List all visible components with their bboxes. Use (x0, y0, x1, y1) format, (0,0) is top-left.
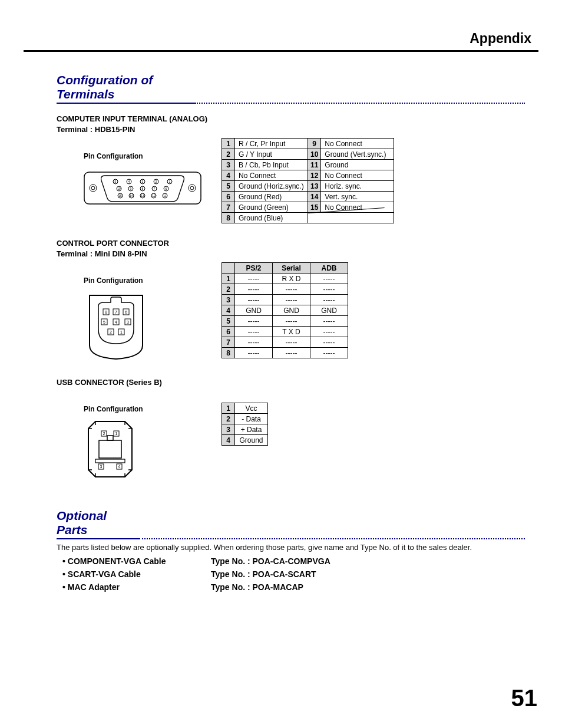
page-number: 51 (511, 685, 538, 711)
svg-text:9: 9 (130, 187, 132, 190)
optional-intro: The parts listed below are optionally su… (57, 543, 515, 552)
dotted-leader (139, 538, 525, 539)
svg-text:3: 3 (127, 320, 129, 324)
section-title-config: Configuration of Terminals (57, 73, 195, 104)
pin-config-label-din: Pin Configuration (84, 276, 222, 285)
svg-text:10: 10 (117, 187, 121, 190)
svg-point-2 (91, 186, 95, 190)
svg-text:1: 1 (115, 431, 118, 436)
din-pin-table: PS/2SerialADB 1-----R X D----- 2--------… (222, 262, 348, 358)
pin-config-label-usb: Pin Configuration (84, 405, 222, 413)
svg-text:2: 2 (103, 431, 105, 436)
page-header: Appendix (24, 31, 538, 50)
svg-point-3 (189, 185, 196, 192)
svg-text:4: 4 (118, 465, 121, 469)
usb-heading: USB CONNECTOR (Series B) (57, 378, 515, 387)
svg-text:13: 13 (141, 194, 144, 197)
control-port-heading: CONTROL PORT CONNECTOR (57, 239, 515, 248)
svg-point-1 (90, 185, 97, 192)
svg-text:3: 3 (100, 465, 103, 469)
svg-rect-53 (95, 459, 125, 463)
section-title-optional: Optional Parts (57, 509, 139, 539)
svg-text:4: 4 (128, 180, 130, 183)
svg-text:6: 6 (125, 310, 127, 314)
pin-config-label-vga: Pin Configuration (84, 152, 222, 160)
svg-text:5: 5 (103, 320, 105, 324)
vga-connector-diagram: 5 4 3 2 1 10 9 8 7 6 15 14 13 12 (84, 167, 201, 209)
computer-input-terminal: Terminal : HDB15-PIN (57, 125, 515, 134)
dotted-leader (195, 102, 525, 104)
svg-text:6: 6 (166, 187, 167, 190)
svg-text:7: 7 (115, 310, 117, 314)
svg-point-4 (190, 186, 194, 190)
din-connector-diagram: 8 7 6 5 4 3 2 1 (84, 289, 148, 360)
svg-text:1: 1 (120, 330, 123, 334)
optional-list: • COMPONENT-VGA CableType No. : POA-CA-C… (62, 556, 538, 592)
computer-input-heading: COMPUTER INPUT TERMINAL (ANALOG) (57, 114, 515, 123)
svg-text:5: 5 (115, 180, 117, 183)
svg-rect-51 (99, 440, 121, 458)
svg-rect-52 (107, 436, 113, 440)
svg-text:11: 11 (163, 194, 167, 197)
svg-text:2: 2 (156, 180, 157, 183)
svg-text:3: 3 (142, 180, 144, 183)
svg-text:2: 2 (110, 330, 112, 334)
vga-pin-table: 1R / Cr, Pr Input9No Connect 2G / Y Inpu… (222, 138, 394, 223)
svg-text:8: 8 (142, 187, 144, 190)
usb-pin-table: 1Vcc 2- Data 3+ Data 4Ground (222, 403, 268, 446)
svg-text:14: 14 (130, 194, 133, 197)
svg-text:1: 1 (169, 180, 171, 183)
control-port-terminal: Terminal : Mini DIN 8-PIN (57, 249, 515, 258)
svg-text:4: 4 (115, 320, 117, 324)
svg-text:15: 15 (118, 194, 122, 197)
svg-text:7: 7 (154, 187, 156, 190)
svg-text:8: 8 (105, 310, 107, 314)
svg-text:12: 12 (152, 194, 156, 197)
usb-connector-diagram: 2 1 3 4 (84, 417, 137, 482)
